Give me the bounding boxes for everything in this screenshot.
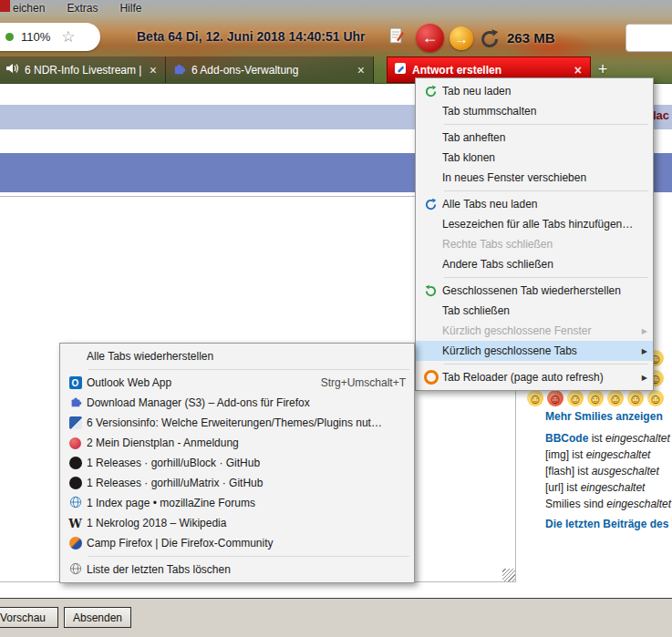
submenu-item-mozillazine[interactable]: 1 Index page • mozillaZine Forums (60, 493, 414, 513)
menu-item-rechte-tabs-schliessen: Rechte Tabs schließen (416, 234, 653, 254)
menu-separator (444, 124, 648, 125)
menu-item-geschlossene-fenster: Kürzlich geschlossene Fenster ▶ (416, 321, 653, 341)
preview-button[interactable]: Vorschau (0, 607, 58, 628)
flash-status-line: [flash] ist ausgeschaltet (545, 465, 659, 478)
tab-title: 6 NDR-Info Livestream | NU (25, 64, 142, 77)
menu-item-tab-neu-laden[interactable]: Tab neu laden (416, 81, 653, 101)
menu-item-tab-schliessen[interactable]: Tab schließen (416, 301, 653, 321)
submenu-item-versionsinfo[interactable]: 6 Versionsinfo: Welche Erweiterungen/The… (60, 413, 414, 433)
reload-all-icon (419, 198, 442, 211)
menu-item-tab-reloader[interactable]: Tab Reloader (page auto refresh) ▶ (416, 367, 653, 387)
tab-addons-verwaltung[interactable]: 6 Add-ons-Verwaltung × (166, 57, 374, 83)
tab-context-menu: Tab neu laden Tab stummschalten Tab anhe… (415, 77, 654, 391)
submit-button[interactable]: Absenden (64, 607, 131, 628)
url-status-line: [url] ist eingeschaltet (545, 481, 645, 494)
menu-item-tab-stummschalten[interactable]: Tab stummschalten (416, 101, 653, 121)
submenu-item-campfirefox[interactable]: Camp Firefox | Die Firefox-Community (60, 533, 414, 553)
memory-usage[interactable]: 263 MB (507, 30, 555, 46)
browser-chrome: eichen Extras Hilfe 110% ☆ Beta 64 Di, 1… (0, 0, 672, 84)
puzzle-icon (172, 62, 186, 78)
tab-close-button[interactable]: × (573, 63, 584, 77)
smiley-icon[interactable]: ☺ (587, 390, 604, 406)
submenu-item-ublock[interactable]: 1 Releases · gorhill/uBlock · GitHub (60, 453, 414, 473)
toolbar-clock: Beta 64 Di, 12. Juni 2018 14:40:51 Uhr (137, 29, 366, 44)
back-button[interactable]: ← (416, 24, 444, 52)
menu-separator (444, 190, 648, 191)
smilies-status-line: Smilies sind eingeschaltet (545, 498, 671, 510)
form-button-bar: Vorschau Absenden (0, 598, 672, 637)
menu-separator (88, 556, 409, 557)
forward-button[interactable]: → (450, 26, 473, 50)
undo-close-icon (419, 284, 442, 298)
bbcode-link[interactable]: BBCode (545, 432, 588, 445)
submenu-arrow-icon: ▶ (642, 347, 647, 355)
dienstplan-icon (69, 437, 81, 449)
recently-closed-tabs-submenu: Alle Tabs wiederherstellen Outlook Web A… (59, 343, 415, 583)
tab-ndr-livestream[interactable]: 6 NDR-Info Livestream | NU × (0, 57, 166, 83)
smiley-icon[interactable]: ☺ (627, 390, 644, 406)
menu-item-andere-tabs-schliessen[interactable]: Andere Tabs schließen (416, 254, 653, 274)
more-smilies-link[interactable]: Mehr Smilies anzeigen (545, 410, 663, 423)
menu-item-tab-wiederherstellen[interactable]: Geschlossenen Tab wiederherstellen (416, 281, 653, 301)
zoom-indicator[interactable]: 110% ☆ (0, 23, 100, 51)
submenu-item-dienstplan[interactable]: 2 Mein Dienstplan - Anmeldung (60, 433, 414, 453)
smiley-icon[interactable]: ☺ (607, 390, 624, 406)
campfirefox-icon (69, 537, 82, 550)
outlook-icon (69, 376, 82, 389)
github-icon (69, 477, 82, 489)
bbcode-status-line: BBCode ist eingeschaltet (545, 432, 670, 445)
submenu-item-wikipedia[interactable]: 1 Nekrolog 2018 – Wikipedia (60, 513, 414, 533)
menubar-item-hilfe[interactable]: Hilfe (119, 2, 141, 15)
smiley-icon[interactable]: ☺ (547, 390, 563, 406)
firefox-window: eichen Extras Hilfe 110% ☆ Beta 64 Di, 1… (0, 0, 672, 637)
submenu-item-outlook[interactable]: Outlook Web App Strg+Umschalt+T (60, 373, 414, 393)
menu-separator (88, 369, 409, 370)
submenu-arrow-icon: ▶ (642, 374, 647, 382)
smiley-icon[interactable]: ☺ (567, 390, 584, 406)
search-input[interactable] (625, 24, 672, 52)
smiley-icon[interactable]: ☺ (527, 390, 543, 406)
tab-close-button[interactable]: × (148, 63, 159, 77)
smiley-icon[interactable]: ☺ (647, 390, 664, 406)
menubar-item-lesezeichen[interactable]: eichen (13, 2, 45, 15)
menu-separator (444, 277, 648, 278)
reload-tab-icon (419, 85, 442, 98)
menu-item-geschlossene-tabs[interactable]: Kürzlich geschlossene Tabs ▶ (416, 341, 653, 361)
menubar-item-extras[interactable]: Extras (67, 2, 98, 15)
tab-reloader-icon (419, 370, 442, 385)
submenu-item-umatrix[interactable]: 1 Releases · gorhill/uMatrix · GitHub (60, 473, 414, 493)
addon-puzzle-icon (69, 396, 82, 411)
reload-button[interactable] (479, 28, 501, 50)
menu-item-tab-klonen[interactable]: Tab klonen (416, 148, 653, 168)
back-arrow-icon: ← (422, 28, 439, 47)
resize-grip[interactable] (502, 569, 515, 581)
bookmark-star-icon[interactable]: ☆ (61, 27, 75, 46)
zoom-level: 110% (21, 30, 50, 44)
notes-icon[interactable] (389, 26, 404, 48)
tab-title: 6 Add-ons-Verwaltung (191, 64, 350, 77)
theme-decoration (0, 0, 10, 12)
submenu-item-liste-loeschen[interactable]: Liste der letzten Tabs löschen (60, 560, 414, 580)
img-status-line: [img] ist eingeschaltet (545, 448, 650, 461)
addon-leaf-icon (5, 33, 14, 41)
clear-list-icon (69, 562, 82, 578)
tab-close-button[interactable]: × (356, 63, 367, 77)
forward-arrow-icon: → (455, 31, 469, 46)
last-posts-heading: Die letzten Beiträge des Themas (545, 518, 672, 530)
menu-item-tab-anheften[interactable]: Tab anheften (416, 128, 653, 148)
forum-icon (69, 416, 82, 429)
compose-icon (394, 62, 407, 77)
submenu-item-alle-wiederherstellen[interactable]: Alle Tabs wiederherstellen (60, 346, 414, 366)
globe-icon (69, 496, 82, 511)
wikipedia-icon (68, 517, 82, 530)
menu-separator (444, 364, 648, 365)
speaker-icon (6, 63, 19, 77)
submenu-arrow-icon: ▶ (642, 327, 647, 335)
menu-item-neues-fenster[interactable]: In neues Fenster verschieben (416, 168, 653, 188)
tab-title: Antwort erstellen (412, 64, 567, 77)
submenu-item-download-manager[interactable]: Download Manager (S3) – Add-ons für Fire… (60, 393, 414, 413)
menu-item-alle-tabs-neu-laden[interactable]: Alle Tabs neu laden (416, 194, 653, 214)
menu-shortcut: Strg+Umschalt+T (321, 376, 406, 389)
menu-item-lesezeichen-alle-tabs[interactable]: Lesezeichen für alle Tabs hinzufügen… (416, 214, 653, 234)
menubar: eichen Extras Hilfe (13, 2, 141, 15)
